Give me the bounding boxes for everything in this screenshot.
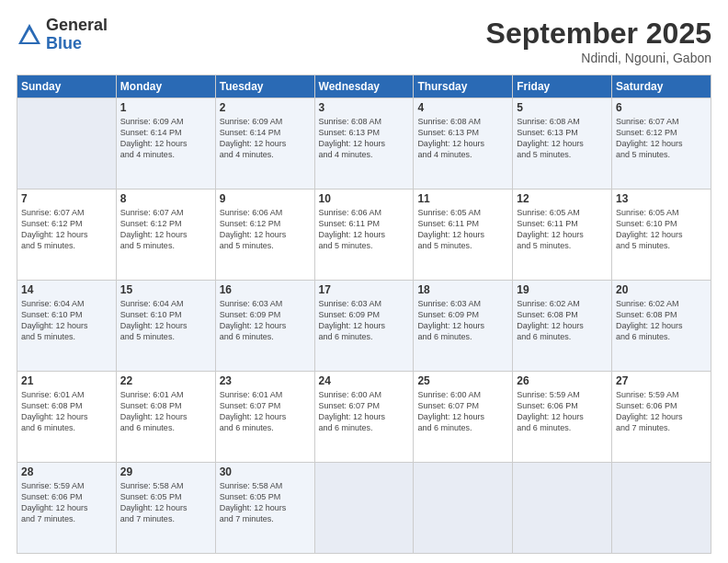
day-number: 15 — [120, 283, 211, 296]
calendar-cell: 21Sunrise: 6:01 AM Sunset: 6:08 PM Dayli… — [17, 372, 117, 463]
calendar-cell: 26Sunrise: 5:59 AM Sunset: 6:06 PM Dayli… — [513, 372, 612, 463]
day-info: Sunrise: 6:02 AM Sunset: 6:08 PM Dayligh… — [517, 298, 608, 343]
day-info: Sunrise: 6:06 AM Sunset: 6:11 PM Dayligh… — [319, 207, 410, 252]
day-info: Sunrise: 6:04 AM Sunset: 6:10 PM Dayligh… — [21, 298, 112, 343]
calendar-cell: 13Sunrise: 6:05 AM Sunset: 6:10 PM Dayli… — [612, 190, 711, 281]
day-info: Sunrise: 6:07 AM Sunset: 6:12 PM Dayligh… — [616, 116, 707, 161]
day-info: Sunrise: 6:00 AM Sunset: 6:07 PM Dayligh… — [319, 389, 410, 434]
day-info: Sunrise: 6:07 AM Sunset: 6:12 PM Dayligh… — [21, 207, 112, 252]
day-number: 22 — [120, 374, 211, 387]
calendar-header-thursday: Thursday — [414, 75, 513, 98]
day-number: 19 — [517, 283, 608, 296]
day-number: 16 — [220, 283, 311, 296]
day-number: 13 — [616, 192, 707, 205]
day-info: Sunrise: 6:09 AM Sunset: 6:14 PM Dayligh… — [220, 116, 311, 161]
day-info: Sunrise: 6:03 AM Sunset: 6:09 PM Dayligh… — [319, 298, 410, 343]
calendar-cell: 22Sunrise: 6:01 AM Sunset: 6:08 PM Dayli… — [116, 372, 215, 463]
calendar-cell: 14Sunrise: 6:04 AM Sunset: 6:10 PM Dayli… — [17, 281, 117, 372]
calendar-cell: 6Sunrise: 6:07 AM Sunset: 6:12 PM Daylig… — [612, 98, 711, 190]
calendar-cell: 1Sunrise: 6:09 AM Sunset: 6:14 PM Daylig… — [116, 98, 215, 190]
calendar-header-saturday: Saturday — [612, 75, 711, 98]
day-info: Sunrise: 5:59 AM Sunset: 6:06 PM Dayligh… — [616, 389, 707, 434]
calendar-cell: 24Sunrise: 6:00 AM Sunset: 6:07 PM Dayli… — [314, 372, 414, 463]
day-number: 26 — [517, 374, 608, 387]
calendar-cell: 4Sunrise: 6:08 AM Sunset: 6:13 PM Daylig… — [414, 98, 513, 190]
day-number: 18 — [417, 283, 508, 296]
day-number: 28 — [21, 465, 112, 478]
day-number: 24 — [319, 374, 410, 387]
calendar-cell: 8Sunrise: 6:07 AM Sunset: 6:12 PM Daylig… — [116, 190, 215, 281]
calendar-cell: 10Sunrise: 6:06 AM Sunset: 6:11 PM Dayli… — [314, 190, 414, 281]
day-number: 29 — [120, 465, 211, 478]
calendar-cell: 11Sunrise: 6:05 AM Sunset: 6:11 PM Dayli… — [414, 190, 513, 281]
day-info: Sunrise: 6:08 AM Sunset: 6:13 PM Dayligh… — [319, 116, 410, 161]
calendar-cell — [513, 463, 612, 554]
day-info: Sunrise: 5:58 AM Sunset: 6:05 PM Dayligh… — [220, 480, 311, 525]
logo-icon — [17, 22, 42, 48]
day-number: 6 — [616, 101, 707, 114]
day-info: Sunrise: 6:06 AM Sunset: 6:12 PM Dayligh… — [220, 207, 311, 252]
calendar-cell — [314, 463, 414, 554]
day-number: 14 — [21, 283, 112, 296]
month-title: September 2025 — [486, 17, 711, 51]
logo-general: General — [46, 17, 108, 35]
calendar-cell: 5Sunrise: 6:08 AM Sunset: 6:13 PM Daylig… — [513, 98, 612, 190]
logo: General Blue — [17, 17, 108, 53]
day-info: Sunrise: 6:03 AM Sunset: 6:09 PM Dayligh… — [220, 298, 311, 343]
day-info: Sunrise: 6:09 AM Sunset: 6:14 PM Dayligh… — [120, 116, 211, 161]
day-number: 30 — [220, 465, 311, 478]
calendar-week-row: 7Sunrise: 6:07 AM Sunset: 6:12 PM Daylig… — [17, 190, 711, 281]
calendar-header-sunday: Sunday — [17, 75, 117, 98]
calendar-cell: 16Sunrise: 6:03 AM Sunset: 6:09 PM Dayli… — [215, 281, 314, 372]
day-number: 27 — [616, 374, 707, 387]
day-number: 5 — [517, 101, 608, 114]
day-number: 23 — [220, 374, 311, 387]
day-info: Sunrise: 6:03 AM Sunset: 6:09 PM Dayligh… — [417, 298, 508, 343]
calendar-cell: 29Sunrise: 5:58 AM Sunset: 6:05 PM Dayli… — [116, 463, 215, 554]
calendar-week-row: 14Sunrise: 6:04 AM Sunset: 6:10 PM Dayli… — [17, 281, 711, 372]
day-number: 4 — [417, 101, 508, 114]
calendar-cell: 3Sunrise: 6:08 AM Sunset: 6:13 PM Daylig… — [314, 98, 414, 190]
calendar-cell: 15Sunrise: 6:04 AM Sunset: 6:10 PM Dayli… — [116, 281, 215, 372]
day-info: Sunrise: 6:05 AM Sunset: 6:10 PM Dayligh… — [616, 207, 707, 252]
day-info: Sunrise: 6:07 AM Sunset: 6:12 PM Dayligh… — [120, 207, 211, 252]
day-info: Sunrise: 6:04 AM Sunset: 6:10 PM Dayligh… — [120, 298, 211, 343]
calendar-cell: 2Sunrise: 6:09 AM Sunset: 6:14 PM Daylig… — [215, 98, 314, 190]
day-info: Sunrise: 6:01 AM Sunset: 6:08 PM Dayligh… — [21, 389, 112, 434]
day-info: Sunrise: 6:08 AM Sunset: 6:13 PM Dayligh… — [417, 116, 508, 161]
day-info: Sunrise: 6:05 AM Sunset: 6:11 PM Dayligh… — [417, 207, 508, 252]
calendar-week-row: 28Sunrise: 5:59 AM Sunset: 6:06 PM Dayli… — [17, 463, 711, 554]
calendar-cell: 7Sunrise: 6:07 AM Sunset: 6:12 PM Daylig… — [17, 190, 117, 281]
subtitle: Ndindi, Ngouni, Gabon — [486, 51, 711, 65]
day-number: 21 — [21, 374, 112, 387]
calendar-cell: 25Sunrise: 6:00 AM Sunset: 6:07 PM Dayli… — [414, 372, 513, 463]
calendar-cell: 23Sunrise: 6:01 AM Sunset: 6:07 PM Dayli… — [215, 372, 314, 463]
calendar-cell: 17Sunrise: 6:03 AM Sunset: 6:09 PM Dayli… — [314, 281, 414, 372]
calendar: SundayMondayTuesdayWednesdayThursdayFrid… — [17, 75, 711, 554]
day-number: 9 — [220, 192, 311, 205]
day-number: 1 — [120, 101, 211, 114]
day-info: Sunrise: 5:58 AM Sunset: 6:05 PM Dayligh… — [120, 480, 211, 525]
day-info: Sunrise: 6:01 AM Sunset: 6:08 PM Dayligh… — [120, 389, 211, 434]
day-number: 2 — [220, 101, 311, 114]
calendar-cell: 27Sunrise: 5:59 AM Sunset: 6:06 PM Dayli… — [612, 372, 711, 463]
day-number: 20 — [616, 283, 707, 296]
day-info: Sunrise: 6:00 AM Sunset: 6:07 PM Dayligh… — [417, 389, 508, 434]
calendar-header-wednesday: Wednesday — [314, 75, 414, 98]
calendar-header-row: SundayMondayTuesdayWednesdayThursdayFrid… — [17, 75, 711, 98]
day-number: 3 — [319, 101, 410, 114]
calendar-cell: 12Sunrise: 6:05 AM Sunset: 6:11 PM Dayli… — [513, 190, 612, 281]
calendar-header-friday: Friday — [513, 75, 612, 98]
calendar-cell: 30Sunrise: 5:58 AM Sunset: 6:05 PM Dayli… — [215, 463, 314, 554]
calendar-cell — [17, 98, 117, 190]
calendar-cell — [612, 463, 711, 554]
calendar-week-row: 21Sunrise: 6:01 AM Sunset: 6:08 PM Dayli… — [17, 372, 711, 463]
title-block: September 2025 Ndindi, Ngouni, Gabon — [486, 17, 711, 65]
day-info: Sunrise: 5:59 AM Sunset: 6:06 PM Dayligh… — [517, 389, 608, 434]
logo-text: General Blue — [46, 17, 108, 53]
page: General Blue September 2025 Ndindi, Ngou… — [0, 0, 728, 563]
day-number: 12 — [517, 192, 608, 205]
calendar-week-row: 1Sunrise: 6:09 AM Sunset: 6:14 PM Daylig… — [17, 98, 711, 190]
calendar-cell: 18Sunrise: 6:03 AM Sunset: 6:09 PM Dayli… — [414, 281, 513, 372]
day-number: 25 — [417, 374, 508, 387]
